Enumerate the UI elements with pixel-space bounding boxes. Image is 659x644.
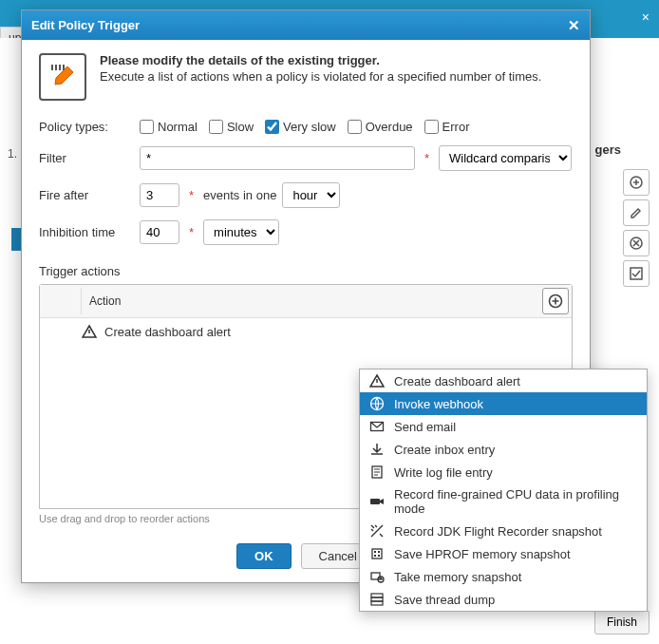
dropdown-item-icon bbox=[369, 442, 385, 457]
dropdown-item-create-inbox-entry[interactable]: Create inbox entry bbox=[360, 438, 647, 461]
intro-heading: Please modify the details of the existin… bbox=[100, 53, 541, 67]
dropdown-item-icon bbox=[369, 373, 385, 388]
policy-type-very-slow[interactable]: Very slow bbox=[265, 120, 336, 134]
required-marker: * bbox=[424, 151, 429, 165]
dropdown-item-label: Take memory snapshot bbox=[394, 570, 521, 584]
svg-rect-7 bbox=[370, 499, 380, 504]
dropdown-item-icon bbox=[369, 464, 385, 480]
filter-input[interactable] bbox=[140, 146, 415, 170]
policy-type-normal[interactable]: Normal bbox=[140, 120, 198, 134]
fire-after-unit-select[interactable]: hour bbox=[282, 182, 340, 208]
dropdown-item-icon bbox=[369, 592, 385, 607]
bg-close-icon[interactable]: × bbox=[642, 9, 650, 25]
dropdown-item-create-dashboard-alert[interactable]: Create dashboard alert bbox=[360, 369, 647, 392]
policy-type-overdue[interactable]: Overdue bbox=[348, 120, 413, 134]
dropdown-item-label: Save thread dump bbox=[394, 593, 495, 607]
dropdown-item-label: Record fine-grained CPU data in profilin… bbox=[394, 487, 637, 516]
dropdown-item-icon bbox=[369, 494, 385, 509]
action-column-header: Action bbox=[82, 289, 539, 313]
dropdown-item-label: Record JDK Flight Recorder snapshot bbox=[394, 524, 602, 539]
dropdown-item-invoke-webhook[interactable]: Invoke webhook bbox=[360, 392, 647, 415]
inhibition-input[interactable] bbox=[140, 220, 179, 244]
dropdown-item-icon bbox=[369, 569, 385, 584]
policy-type-checkbox[interactable] bbox=[348, 120, 362, 134]
modal-close-icon[interactable]: ✕ bbox=[568, 18, 580, 32]
dropdown-item-icon bbox=[369, 523, 385, 539]
finish-button[interactable]: Finish bbox=[594, 610, 650, 635]
dropdown-item-save-hprof-memory-snapshot[interactable]: Save HPROF memory snapshot bbox=[360, 542, 647, 565]
dropdown-item-save-thread-dump[interactable]: Save thread dump bbox=[360, 588, 647, 611]
dropdown-item-icon bbox=[369, 396, 385, 411]
policy-types-label: Policy types: bbox=[39, 120, 134, 134]
drag-column-header bbox=[40, 288, 82, 314]
policy-type-label: Overdue bbox=[366, 120, 413, 134]
ok-button[interactable]: OK bbox=[236, 543, 292, 569]
dropdown-item-label: Write log file entry bbox=[394, 465, 493, 480]
modal-title: Edit Policy Trigger bbox=[31, 18, 140, 32]
side-add-button[interactable] bbox=[623, 169, 650, 196]
policy-type-label: Very slow bbox=[283, 120, 336, 134]
inhibition-label: Inhibition time bbox=[39, 225, 134, 239]
inhibition-unit-select[interactable]: minutes bbox=[203, 219, 279, 245]
dropdown-item-label: Send email bbox=[394, 420, 456, 434]
policy-type-slow[interactable]: Slow bbox=[209, 120, 254, 134]
trigger-actions-label: Trigger actions bbox=[39, 264, 573, 278]
fire-after-mid: events in one bbox=[203, 188, 276, 202]
policy-type-checkbox[interactable] bbox=[265, 120, 279, 134]
intro-desc: Execute a list of actions when a policy … bbox=[100, 69, 541, 84]
dropdown-item-label: Create inbox entry bbox=[394, 443, 495, 457]
policy-type-label: Slow bbox=[227, 120, 254, 134]
dropdown-item-write-log-file-entry[interactable]: Write log file entry bbox=[360, 461, 647, 483]
side-check-button[interactable] bbox=[623, 260, 650, 287]
dropdown-item-take-memory-snapshot[interactable]: Take memory snapshot bbox=[360, 565, 647, 588]
bg-step: 1. bbox=[8, 147, 17, 161]
bg-heading: gers bbox=[595, 142, 621, 157]
required-marker: * bbox=[189, 225, 194, 239]
dropdown-item-label: Invoke webhook bbox=[394, 397, 483, 411]
svg-rect-2 bbox=[631, 268, 642, 279]
bg-selection-bar bbox=[11, 228, 21, 251]
policy-type-checkbox[interactable] bbox=[209, 120, 223, 134]
add-action-button[interactable] bbox=[542, 288, 569, 314]
dropdown-item-label: Create dashboard alert bbox=[394, 374, 520, 388]
fire-after-input[interactable] bbox=[140, 183, 179, 207]
dropdown-item-icon bbox=[369, 546, 385, 561]
policy-type-checkbox[interactable] bbox=[140, 120, 154, 134]
dropdown-item-label: Save HPROF memory snapshot bbox=[394, 547, 571, 561]
dropdown-item-record-jdk-flight-recorder-snapshot[interactable]: Record JDK Flight Recorder snapshot bbox=[360, 520, 647, 542]
required-marker: * bbox=[189, 188, 194, 202]
filter-label: Filter bbox=[39, 151, 134, 165]
policy-type-checkbox[interactable] bbox=[424, 120, 439, 134]
svg-rect-11 bbox=[374, 555, 376, 557]
side-edit-button[interactable] bbox=[623, 199, 650, 226]
policy-type-label: Normal bbox=[158, 120, 198, 134]
dropdown-item-record-fine-grained-cpu-data-in-profiling-mode[interactable]: Record fine-grained CPU data in profilin… bbox=[360, 483, 647, 520]
trigger-action-label: Create dashboard alert bbox=[104, 325, 231, 339]
svg-rect-10 bbox=[378, 551, 380, 553]
edit-icon bbox=[39, 53, 86, 101]
alert-icon bbox=[82, 324, 97, 339]
svg-rect-12 bbox=[378, 555, 380, 557]
svg-rect-17 bbox=[371, 601, 383, 605]
fire-after-label: Fire after bbox=[39, 188, 134, 202]
policy-type-error[interactable]: Error bbox=[424, 120, 470, 134]
action-dropdown-menu: Create dashboard alertInvoke webhookSend… bbox=[359, 369, 648, 612]
filter-mode-select[interactable]: Wildcard comparison bbox=[439, 145, 572, 171]
side-remove-button[interactable] bbox=[623, 230, 650, 256]
policy-type-label: Error bbox=[442, 120, 470, 134]
svg-rect-8 bbox=[372, 549, 382, 559]
dropdown-item-icon bbox=[369, 419, 385, 434]
svg-rect-9 bbox=[374, 551, 376, 553]
dropdown-item-send-email[interactable]: Send email bbox=[360, 415, 647, 438]
trigger-action-row[interactable]: Create dashboard alert bbox=[40, 318, 572, 345]
